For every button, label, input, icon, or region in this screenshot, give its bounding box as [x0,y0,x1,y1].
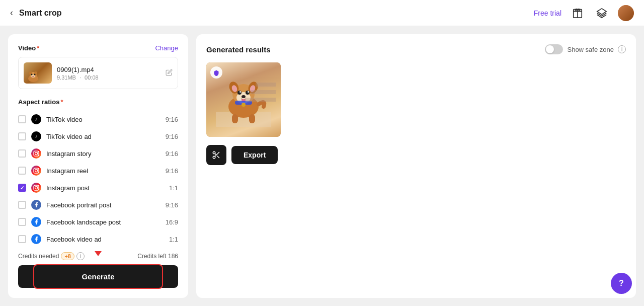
layers-icon[interactable] [594,5,610,21]
results-title: Generated results [206,45,271,54]
scissors-button[interactable] [206,145,226,165]
aspect-value: 9:16 [163,150,178,158]
video-info: 0909(1).mp4 9.31MB · 00:08 [57,66,160,81]
svg-point-41 [213,156,215,159]
required-indicator: * [37,44,39,52]
video-thumbnail [24,62,52,84]
required-indicator-2: * [60,98,63,106]
svg-point-14 [35,170,38,172]
safe-zone-toggle: Show safe zone i [545,44,626,54]
checkbox-fb-portrait[interactable] [18,201,26,209]
svg-point-40 [213,151,215,154]
platform-name: Instagram post [46,184,158,192]
svg-point-15 [37,169,38,170]
aspect-value: 9:16 [163,201,178,209]
header-right: Free trial [534,5,634,21]
aspect-ratios-label: Aspect ratios * [18,98,178,106]
aspect-value: 1:1 [163,236,178,243]
checkbox-tiktok-video[interactable] [18,115,26,123]
svg-point-18 [37,186,38,187]
header: ‹ Smart crop Free trial [0,0,644,26]
svg-point-17 [35,187,38,189]
right-panel: Generated results Show safe zone i [196,34,636,298]
svg-rect-13 [34,168,39,173]
safe-zone-label: Show safe zone [567,46,614,53]
video-section-label: Video * Change [18,44,178,52]
page-title: Smart crop [19,9,534,18]
svg-rect-37 [246,98,276,102]
svg-point-11 [35,152,38,155]
svg-point-9 [32,76,34,77]
left-panel: Video * Change 0909(1).m [8,34,188,298]
list-item: Facebook landscape post 16:9 [18,213,178,231]
facebook-icon [31,217,41,227]
bottom-section: Credits needed +8 i Credits left 186 Gen… [18,252,178,288]
export-button[interactable]: Export [231,146,278,164]
shield-badge [210,66,222,79]
instagram-icon [31,183,41,193]
credits-left: Credits left 186 [137,253,178,260]
safe-zone-info-icon[interactable]: i [618,45,626,53]
svg-point-27 [237,91,242,95]
video-filename: 0909(1).mp4 [57,66,160,73]
instagram-icon [31,166,41,176]
aspect-ratio-list: ♪ TikTok video 9:16 ♪ TikTok video ad 9:… [18,111,178,247]
platform-name: TikTok video [46,116,158,123]
list-item: Facebook portrait post 9:16 [18,196,178,213]
platform-name: Instagram reel [46,167,158,175]
toggle-knob [546,45,554,53]
right-header: Generated results Show safe zone i [206,44,626,54]
facebook-video-icon [31,234,41,244]
platform-name: Instagram story [46,150,158,158]
credits-needed: Credits needed +8 i [18,252,85,260]
video-card: 0909(1).mp4 9.31MB · 00:08 [18,57,178,89]
credits-info-icon[interactable]: i [76,252,85,260]
avatar[interactable] [618,5,634,21]
checkbox-fb-video-ad[interactable] [18,235,26,243]
free-trial-link[interactable]: Free trial [534,9,561,17]
svg-line-44 [215,154,216,155]
platform-name: Facebook portrait post [46,201,158,209]
checkbox-ig-post[interactable] [18,184,26,192]
svg-line-43 [217,156,219,158]
svg-point-7 [31,74,33,75]
aspect-value: 16:9 [163,218,178,226]
checkbox-ig-reel[interactable] [18,167,26,175]
tiktok-icon: ♪ [31,114,41,124]
svg-point-8 [34,74,36,75]
edit-icon[interactable] [166,69,173,78]
facebook-icon [31,200,41,210]
checkbox-ig-story[interactable] [18,149,26,158]
svg-rect-34 [249,114,255,123]
platform-name: Facebook landscape post [46,218,158,226]
checkbox-tiktok-ad[interactable] [18,132,26,140]
generate-button-wrapper: Generate [18,265,178,288]
checkbox-fb-landscape[interactable] [18,218,26,226]
credits-badge: +8 [61,252,74,260]
platform-name: Facebook video ad [46,236,158,243]
svg-rect-33 [232,114,238,123]
list-item: Instagram post 1:1 [18,179,178,196]
tiktok-icon: ♪ [31,131,41,141]
aspect-value: 9:16 [163,116,178,123]
aspect-value: 9:16 [163,133,178,140]
export-row: Export [206,145,626,165]
list-item: Instagram reel 9:16 [18,162,178,179]
platform-name: TikTok video ad [46,133,158,140]
list-item: ♪ TikTok video ad 9:16 [18,128,178,145]
safe-zone-switch[interactable] [545,44,563,54]
svg-rect-38 [251,90,276,94]
video-meta: 9.31MB · 00:08 [57,74,160,81]
svg-rect-10 [34,151,39,156]
change-button[interactable]: Change [155,44,178,52]
back-button[interactable]: ‹ [10,8,13,18]
preview-container[interactable] [206,62,281,137]
gift-icon[interactable] [570,5,586,21]
generate-button[interactable]: Generate [18,265,178,288]
list-item: ♪ TikTok video 9:16 [18,111,178,128]
main-content: Video * Change 0909(1).m [0,26,644,306]
svg-point-36 [242,103,246,107]
list-item: Instagram story 9:16 [18,145,178,162]
help-button[interactable]: ? [611,273,632,294]
svg-point-31 [242,95,246,98]
